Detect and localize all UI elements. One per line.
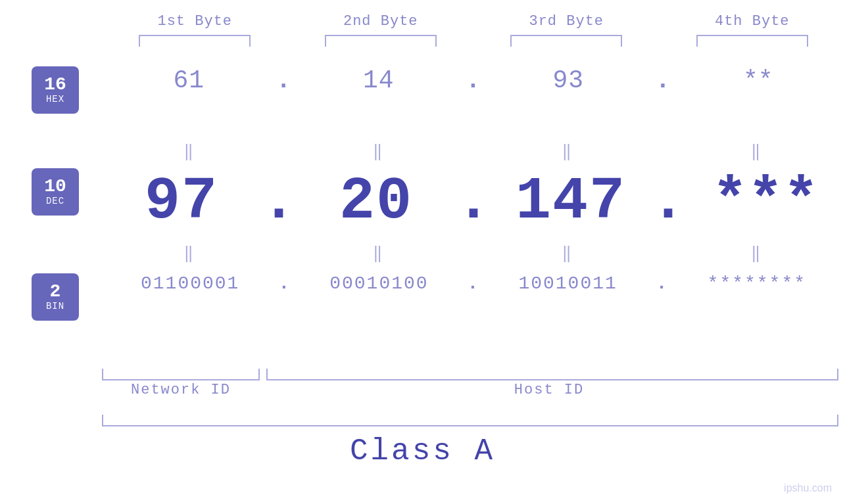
big-bottom-bracket: [102, 415, 838, 426]
byte-col-1: 1st Byte: [102, 13, 288, 47]
network-bracket: [102, 369, 260, 380]
host-id-label: Host ID: [260, 382, 838, 398]
bracket-top-3: [510, 35, 622, 47]
bin-dot-3: .: [656, 273, 669, 294]
dec-cell-4: ***: [686, 168, 845, 235]
dec-cell-1: 97: [102, 168, 261, 235]
bin-badge-label: BIN: [46, 301, 64, 311]
byte-col-2: 2nd Byte: [288, 13, 474, 47]
bin-cell-1: 01100001: [102, 273, 278, 294]
bracket-top-1: [139, 35, 251, 47]
hex-cell-1: 61: [102, 66, 276, 95]
eq1-1: ‖: [102, 142, 278, 161]
hex-cell-3: 93: [481, 66, 656, 95]
hex-val-1: 61: [174, 66, 205, 95]
hex-val-2: 14: [363, 66, 395, 95]
header-row: 1st Byte 2nd Byte 3rd Byte 4th Byte: [0, 13, 845, 47]
hex-dot-1: .: [276, 66, 292, 95]
dec-val-2: 20: [339, 168, 413, 235]
byte-col-3: 3rd Byte: [473, 13, 660, 47]
eq1-3: ‖: [480, 142, 656, 161]
hex-cell-4: **: [671, 66, 845, 95]
dec-val-1: 97: [145, 168, 218, 235]
dec-dot-2: .: [456, 168, 491, 235]
bin-val-2: 00010100: [329, 273, 428, 294]
hex-badge-label: HEX: [46, 94, 64, 104]
bin-cell-3: 10010011: [479, 273, 656, 294]
dec-dot-1: .: [261, 168, 297, 235]
bottom-bracket-area: [102, 369, 838, 380]
dec-cell-3: 147: [491, 168, 650, 235]
eq2-2: ‖: [291, 244, 468, 263]
network-id-label: Network ID: [102, 382, 260, 398]
bin-values: 01100001 . 00010100 . 10010011 . *******…: [0, 273, 845, 294]
bracket-top-4: [696, 35, 808, 47]
hex-cell-2: 14: [291, 66, 466, 95]
content-area: 16 HEX 61 . 14 . 93 . **: [0, 47, 845, 504]
bin-val-4: ********: [708, 273, 806, 294]
host-bracket: [266, 369, 838, 380]
bracket-top-2: [325, 35, 437, 47]
watermark: ipshu.com: [784, 482, 832, 494]
dec-val-3: 147: [516, 168, 626, 235]
eq2-1: ‖: [102, 244, 278, 263]
byte-col-4: 4th Byte: [660, 13, 846, 47]
hex-val-4: **: [743, 66, 773, 95]
bin-row: 01100001 . 00010100 . 10010011 . *******…: [0, 273, 845, 294]
hex-dot-2: .: [466, 66, 481, 95]
dec-values: 97 . 20 . 147 . ***: [0, 168, 845, 235]
equals-row-2: ‖ ‖ ‖ ‖: [0, 244, 845, 263]
hex-dot-3: .: [656, 66, 671, 95]
main-container: 1st Byte 2nd Byte 3rd Byte 4th Byte 16 H…: [0, 0, 845, 504]
eq1-4: ‖: [669, 142, 846, 161]
bin-val-3: 10010011: [518, 273, 617, 294]
dec-row: 97 . 20 . 147 . ***: [0, 168, 845, 235]
eq2-3: ‖: [480, 244, 656, 263]
hex-values: 61 . 14 . 93 . **: [0, 66, 845, 95]
class-label: Class A: [0, 434, 845, 469]
byte-label-1: 1st Byte: [157, 13, 232, 30]
id-labels: Network ID Host ID: [102, 382, 838, 398]
bin-cell-2: 00010100: [291, 273, 467, 294]
hex-row: 61 . 14 . 93 . **: [0, 66, 845, 95]
byte-label-2: 2nd Byte: [343, 13, 418, 30]
eq2-4: ‖: [669, 244, 846, 263]
dec-cell-2: 20: [297, 168, 456, 235]
byte-label-3: 3rd Byte: [529, 13, 604, 30]
dec-dot-3: .: [650, 168, 686, 235]
bin-cell-4: ********: [669, 273, 845, 294]
hex-val-3: 93: [552, 66, 584, 95]
bin-dot-2: .: [468, 273, 480, 294]
dec-val-4: ***: [712, 168, 819, 235]
eq1-2: ‖: [291, 142, 468, 161]
equals-row-1: ‖ ‖ ‖ ‖: [0, 142, 845, 161]
byte-label-4: 4th Byte: [715, 13, 790, 30]
bin-dot-1: .: [278, 273, 291, 294]
bin-val-1: 01100001: [141, 273, 239, 294]
